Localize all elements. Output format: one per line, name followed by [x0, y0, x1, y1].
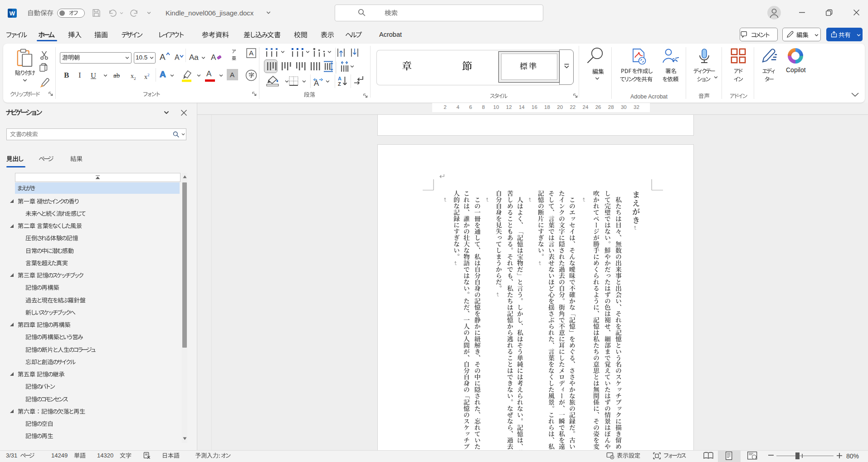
svg-text:A: A — [338, 76, 341, 81]
svg-text:Z: Z — [338, 81, 341, 87]
svg-text:W: W — [10, 10, 15, 17]
